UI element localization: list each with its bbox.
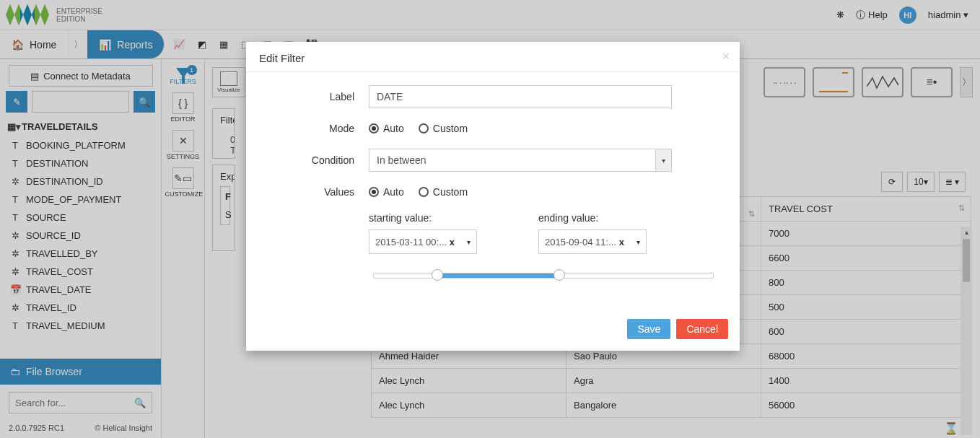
chevron-down-icon: ▾ xyxy=(655,149,671,171)
caret-down-icon[interactable]: ▾ xyxy=(467,238,471,246)
slider-handle-start[interactable] xyxy=(432,269,443,281)
edit-filter-modal: Edit Filter × Label Mode Auto Custom Con… xyxy=(246,42,740,351)
save-button[interactable]: Save xyxy=(627,319,670,339)
caret-down-icon[interactable]: ▾ xyxy=(636,238,640,246)
label-condition: Condition xyxy=(268,154,369,166)
cancel-button[interactable]: Cancel xyxy=(676,319,728,339)
mode-auto-radio[interactable]: Auto xyxy=(369,123,404,134)
condition-select[interactable]: In between ▾ xyxy=(369,149,672,172)
values-auto-radio[interactable]: Auto xyxy=(369,186,404,198)
starting-value-input[interactable]: 2015-03-11 00:... x ▾ xyxy=(369,229,477,254)
label-mode: Mode xyxy=(268,123,369,134)
ending-value-label: ending value: xyxy=(538,212,647,224)
range-slider[interactable] xyxy=(373,273,714,279)
modal-close-button[interactable]: × xyxy=(722,49,730,64)
ending-value-input[interactable]: 2015-09-04 11:... x ▾ xyxy=(538,229,647,254)
clear-end-icon[interactable]: x xyxy=(619,237,624,248)
values-custom-radio[interactable]: Custom xyxy=(419,186,468,198)
starting-value-label: starting value: xyxy=(369,212,477,224)
clear-start-icon[interactable]: x xyxy=(450,237,455,248)
slider-handle-end[interactable] xyxy=(554,269,565,281)
modal-title: Edit Filter xyxy=(259,52,727,64)
label-label: Label xyxy=(268,91,369,102)
mode-custom-radio[interactable]: Custom xyxy=(419,123,468,134)
label-values: Values xyxy=(268,186,369,198)
label-input[interactable] xyxy=(369,85,672,108)
